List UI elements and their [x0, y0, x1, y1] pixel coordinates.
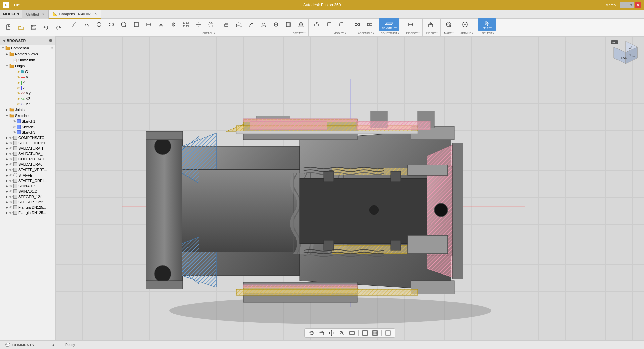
eye-icon-comp0[interactable]: 👁 [9, 136, 13, 140]
flangia2-item[interactable]: ▶ 👁 Flangia DN125... [0, 210, 55, 215]
flangia1-item[interactable]: ▶ 👁 Flangia DN125... [0, 205, 55, 210]
sketch-ellipse-btn[interactable] [105, 18, 117, 31]
sketches-item[interactable]: ▼ Sketches [0, 113, 55, 119]
create-extrude-btn[interactable] [220, 18, 232, 31]
root-settings-icon[interactable]: ⚙ [50, 46, 54, 50]
eye-icon-cop[interactable]: 👁 [9, 157, 13, 161]
viewport[interactable]: FRONT TOP RIGHT 4P [55, 36, 644, 340]
maximize-btn[interactable]: □ [627, 2, 634, 8]
pan-tool-btn[interactable] [327, 329, 336, 337]
new-file-btn[interactable] [3, 21, 15, 34]
grid-toggle-btn[interactable] [384, 329, 392, 337]
origin-x-item[interactable]: 👁 X [0, 74, 55, 80]
sketch-project-btn[interactable] [205, 18, 217, 31]
nav-cube[interactable]: FRONT TOP RIGHT 4P [610, 40, 641, 70]
tab-untitled-close[interactable]: × [42, 12, 44, 16]
addins-btn[interactable] [459, 18, 471, 31]
joints-arrow[interactable]: ▶ [5, 108, 9, 111]
eye-icon-sto[interactable]: 👁 [9, 179, 13, 183]
tab-untitled[interactable]: Untitled × [22, 10, 49, 19]
copertura-item[interactable]: ▶ 👁 COPERTURA:1 [0, 156, 55, 162]
assemble-as-built-btn[interactable] [364, 18, 376, 31]
staffe-orri-item[interactable]: ▶ 👁 STAFFE_ORRI... [0, 178, 55, 183]
eye-icon-fl2[interactable]: 👁 [9, 211, 13, 215]
create-hole-btn[interactable] [270, 18, 282, 31]
save-btn[interactable] [28, 21, 40, 34]
file-menu[interactable]: File [12, 2, 22, 8]
named-views-arrow[interactable]: ▶ [5, 52, 9, 56]
staffe-vert-item[interactable]: ▶ 👁 STAFFE_VERT... [0, 167, 55, 172]
staffe-item[interactable]: ▶ 👁 STAFFE_... [0, 172, 55, 178]
spina1-item[interactable]: ▶ 👁 SPINA01:1 [0, 183, 55, 189]
sketch-mirror-btn[interactable] [167, 18, 179, 31]
make-btn[interactable] [443, 18, 455, 31]
select-btn[interactable]: SELECT [478, 18, 496, 31]
zoom-tool-btn[interactable] [337, 329, 346, 337]
inspect-measure-btn[interactable] [405, 18, 417, 31]
eye-icon-o[interactable]: 👁 [17, 70, 20, 74]
origin-xz-item[interactable]: 👁 XZ XZ [0, 96, 55, 101]
sketch-offset-btn[interactable] [155, 18, 167, 31]
eye-icon-sk2[interactable]: 👁 [13, 125, 16, 129]
eye-icon-yz[interactable]: 👁 [17, 102, 20, 106]
soffetto-item[interactable]: ▶ 👁 SOFFETTO01:1 [0, 140, 55, 146]
assemble-joint-btn[interactable] [351, 18, 363, 31]
saldatura2-item[interactable]: ▶ 👁 SALDATURA_... [0, 151, 55, 156]
tab-compens[interactable]: 📐 Compens...N40 v6° × [49, 10, 101, 19]
seeger1-item[interactable]: ▶ 👁 SEEGER_12:1 [0, 194, 55, 199]
joints-item[interactable]: ▶ Joints [0, 107, 55, 113]
visual-style-btn[interactable] [371, 329, 379, 337]
origin-group-item[interactable]: ▼ Origin [0, 63, 55, 69]
origin-y-item[interactable]: 👁 Y [0, 80, 55, 85]
create-sweep-btn[interactable] [245, 18, 257, 31]
eye-icon-sk1[interactable]: 👁 [13, 120, 16, 123]
construct-plane-btn[interactable]: CONSTRUCT [379, 18, 399, 31]
sketch1-item[interactable]: 👁 Sketch1 [0, 119, 55, 124]
browser-root-item[interactable]: ▼ Compensa... ⚙ [0, 45, 55, 51]
sketch3-item[interactable]: 👁 Sketch3 [0, 130, 55, 135]
origin-arrow[interactable]: ▼ [5, 64, 9, 68]
eye-icon-se1[interactable]: 👁 [9, 195, 13, 199]
named-views-item[interactable]: ▶ Named Views [0, 51, 55, 57]
eye-icon-y[interactable]: 👁 [17, 81, 20, 85]
minimize-btn[interactable]: − [620, 2, 627, 8]
eye-icon-fl1[interactable]: 👁 [9, 206, 13, 209]
modify-fillet-btn[interactable] [323, 18, 335, 31]
sketch-arc-btn[interactable] [80, 18, 93, 31]
orbit-tool-btn[interactable] [307, 329, 316, 337]
tab-compens-close[interactable]: × [95, 12, 97, 16]
sketch-trim-btn[interactable] [192, 18, 204, 31]
compensato-item[interactable]: ▶ 👁 COMPENSATO... [0, 135, 55, 140]
origin-z-item[interactable]: 👁 Z [0, 85, 55, 91]
eye-icon-sk3[interactable]: 👁 [13, 131, 16, 134]
sketch-rect-btn[interactable] [130, 18, 142, 31]
comments-expand-btn[interactable]: ▲ [52, 343, 55, 347]
browser-settings-icon[interactable]: ⚙ [49, 38, 52, 43]
sketch-polygon-btn[interactable] [118, 18, 130, 31]
insert-btn[interactable] [425, 18, 437, 31]
status-bar-btn[interactable]: Ready [63, 341, 77, 349]
eye-icon-sal2[interactable]: 👁 [9, 152, 13, 156]
eye-icon-st[interactable]: 👁 [9, 173, 13, 177]
close-btn[interactable]: ✕ [635, 2, 641, 8]
modify-press-pull-btn[interactable] [311, 18, 323, 31]
redo-btn[interactable] [52, 21, 64, 34]
sketch-dim-btn[interactable] [143, 18, 155, 31]
model-dropdown[interactable]: MODEL ▾ [0, 10, 22, 19]
create-shell-btn[interactable] [282, 18, 294, 31]
eye-icon-sal1[interactable]: 👁 [9, 147, 13, 150]
sketches-arrow[interactable]: ▼ [5, 114, 9, 117]
saldatura1-item[interactable]: ▶ 👁 SALDATURA:1 [0, 146, 55, 151]
eye-icon-sof[interactable]: 👁 [9, 141, 13, 145]
eye-icon-x[interactable]: 👁 [17, 76, 20, 79]
browser-collapse-btn[interactable]: ◀ [3, 39, 5, 42]
sketch-circle-btn[interactable] [93, 18, 105, 31]
home-tool-btn[interactable] [317, 329, 326, 337]
eye-icon-se2[interactable]: 👁 [9, 200, 13, 204]
eye-icon-sp2[interactable]: 👁 [9, 190, 13, 193]
create-revolve-btn[interactable] [233, 18, 245, 31]
sketch2-item[interactable]: 👁 Sketch2 [0, 124, 55, 130]
units-item[interactable]: 📋 Units: mm [0, 57, 55, 63]
origin-yz-item[interactable]: 👁 YZ YZ [0, 101, 55, 107]
eye-icon-xz[interactable]: 👁 [17, 97, 20, 101]
